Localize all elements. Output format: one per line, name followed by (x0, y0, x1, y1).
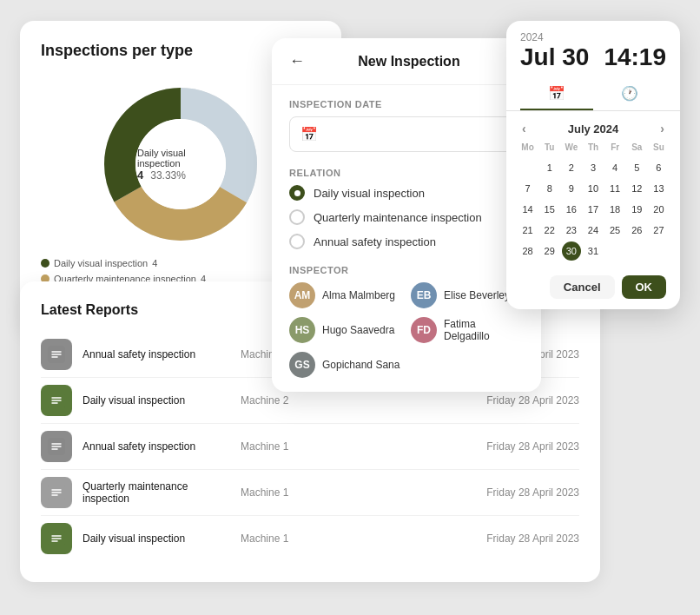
cal-day-selected[interactable]: 30 (562, 241, 581, 261)
relation-quarterly[interactable]: Quarterly maintenance inspection (289, 209, 524, 225)
cal-day[interactable]: 24 (584, 221, 603, 240)
cal-week-4: 21 22 23 24 25 26 27 (517, 220, 670, 241)
cal-day[interactable]: 7 (518, 179, 538, 198)
modal-title: New Inspection (315, 54, 503, 69)
dt-footer: Cancel OK (506, 268, 680, 309)
dt-cancel-button[interactable]: Cancel (550, 275, 615, 299)
report-name: Daily visual inspection (83, 532, 230, 545)
report-icon-quarterly (41, 477, 72, 508)
donut-label-text: Daily visual inspection (137, 148, 224, 169)
cal-day[interactable]: 17 (584, 200, 603, 219)
report-machine: Machine 1 (241, 440, 310, 453)
calendar-month-label: July 2024 (568, 122, 619, 136)
report-machine: Machine 2 (241, 394, 310, 407)
cal-day[interactable]: 12 (627, 179, 646, 198)
donut-label: Daily visual inspection 4 33.33% (137, 148, 224, 182)
cal-prev-button[interactable]: ‹ (517, 120, 532, 137)
dt-tabs: 📅 🕐 (506, 78, 680, 111)
legend-label-daily: Daily visual inspection (54, 258, 148, 268)
legend-item-daily: Daily visual inspection 4 (41, 258, 157, 268)
report-row: Quarterly maintenance inspection Machine… (41, 470, 579, 516)
cal-day[interactable]: 21 (518, 221, 538, 240)
cal-day[interactable]: 8 (540, 179, 559, 198)
cal-day[interactable]: 14 (518, 200, 538, 219)
cal-day[interactable]: 15 (540, 200, 559, 219)
cal-day[interactable]: 22 (540, 221, 559, 240)
cal-day[interactable]: 23 (562, 221, 581, 240)
inspector-grid: AM Alma Malmberg EB Elise Beverley HS Hu… (289, 282, 524, 378)
inspector-fatima[interactable]: FD Fatima Delgadillo (411, 317, 524, 343)
dt-tab-calendar[interactable]: 📅 (520, 78, 593, 110)
dt-date-display: Jul 30 (520, 43, 589, 71)
donut-percent: 33.33% (150, 169, 186, 182)
dt-tab-time[interactable]: 🕐 (593, 78, 666, 110)
report-name: Quarterly maintenance inspection (83, 480, 230, 505)
date-input[interactable]: 📅 (289, 116, 524, 152)
avatar-elise: EB (411, 282, 437, 308)
relation-annual[interactable]: Annual safety inspection (289, 234, 524, 249)
inspector-fatima-name: Fatima Delgadillo (444, 318, 524, 342)
modal-header: ← New Inspection (272, 38, 541, 85)
inspector-label: Inspector (289, 265, 524, 275)
report-date: Friday 28 April 2023 (486, 440, 579, 453)
cal-next-button[interactable]: › (655, 120, 670, 137)
radio-annual (289, 234, 305, 249)
cal-day[interactable]: 20 (649, 200, 668, 219)
dt-time-display: 14:19 (604, 43, 666, 71)
cal-day[interactable]: 1 (540, 158, 559, 177)
report-name: Annual safety inspection (83, 348, 230, 360)
dt-year: 2024 (520, 31, 666, 43)
inspector-elise-name: Elise Beverley (444, 289, 510, 301)
report-icon-annual (41, 431, 72, 462)
report-icon-daily (41, 523, 72, 554)
dt-header: 2024 Jul 30 14:19 (506, 21, 680, 78)
cal-day[interactable]: 16 (562, 200, 581, 219)
report-icon-daily (41, 385, 72, 416)
cal-day[interactable]: 27 (649, 221, 668, 240)
legend-dot-daily (41, 259, 50, 268)
cal-week-3: 14 15 16 17 18 19 20 (517, 199, 670, 220)
cal-day[interactable]: 3 (584, 158, 603, 177)
avatar-fatima: FD (411, 317, 437, 343)
cal-day[interactable]: 18 (605, 200, 624, 219)
relation-quarterly-label: Quarterly maintenance inspection (314, 211, 482, 224)
dt-date-time-row: Jul 30 14:19 (520, 43, 666, 71)
cal-day[interactable]: 29 (540, 241, 559, 261)
cal-day[interactable]: 13 (649, 179, 668, 198)
report-machine: Machine 1 (241, 486, 310, 499)
calendar-grid: Mo Tu We Th Fr Sa Su 1 2 3 4 5 6 7 8 (506, 141, 680, 268)
report-date: Friday 28 April 2023 (486, 532, 579, 545)
cal-week-5: 28 29 30 31 (517, 241, 670, 261)
cal-day[interactable]: 2 (562, 158, 581, 177)
cal-day[interactable]: 19 (627, 200, 646, 219)
cal-day[interactable]: 9 (562, 179, 581, 198)
datetime-picker: 2024 Jul 30 14:19 📅 🕐 ‹ July 2024 › Mo T… (506, 21, 680, 309)
report-date: Friday 28 April 2023 (486, 486, 579, 499)
cal-week-1: 1 2 3 4 5 6 (517, 157, 670, 178)
inspection-date-label: Inspection Date (289, 99, 524, 109)
cal-day[interactable]: 10 (584, 179, 603, 198)
dt-ok-button[interactable]: OK (622, 275, 667, 299)
inspector-hugo[interactable]: HS Hugo Saavedra (289, 317, 402, 343)
inspector-hugo-name: Hugo Saavedra (322, 324, 394, 336)
inspector-alma[interactable]: AM Alma Malmberg (289, 282, 402, 308)
relation-daily[interactable]: Daily visual inspection (289, 185, 524, 201)
report-machine: Machine 1 (241, 532, 310, 545)
report-date: Friday 28 April 2023 (486, 394, 579, 407)
cal-day[interactable]: 5 (627, 158, 646, 177)
cal-day[interactable]: 25 (605, 221, 624, 240)
cal-day[interactable]: 28 (518, 241, 538, 261)
cal-day[interactable]: 31 (584, 241, 603, 261)
calendar-icon: 📅 (300, 126, 318, 142)
cal-week-2: 7 8 9 10 11 12 13 (517, 178, 670, 199)
inspector-gopichand[interactable]: GS Gopichand Sana (289, 352, 402, 378)
cal-day[interactable]: 6 (649, 158, 668, 177)
report-row: Daily visual inspection Machine 1 Friday… (41, 516, 579, 561)
cal-day[interactable]: 11 (605, 179, 624, 198)
back-button[interactable]: ← (289, 52, 305, 70)
cal-day[interactable]: 4 (605, 158, 624, 177)
report-icon-annual (41, 339, 72, 370)
radio-quarterly (289, 209, 305, 225)
cal-day[interactable]: 26 (627, 221, 646, 240)
report-row: Annual safety inspection Machine 1 Frida… (41, 424, 579, 470)
